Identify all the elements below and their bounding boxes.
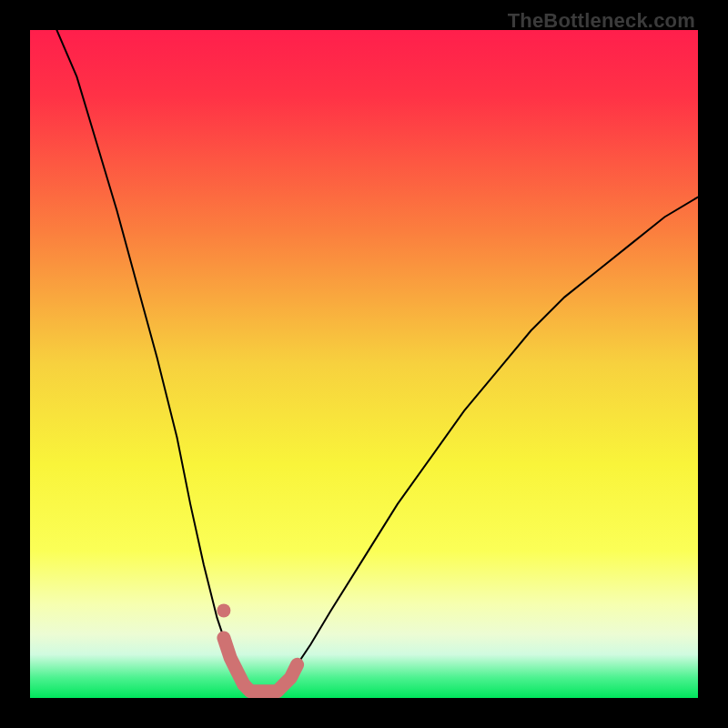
- bottleneck-curve-group: [56, 30, 698, 692]
- highlight-dot-icon: [217, 603, 230, 617]
- plot-area: [30, 30, 698, 698]
- bottleneck-curve-highlight: [224, 638, 298, 692]
- chart-svg: [30, 30, 698, 698]
- chart-frame: TheBottleneck.com: [0, 0, 728, 728]
- bottleneck-curve: [56, 30, 698, 692]
- watermark-label: TheBottleneck.com: [508, 9, 695, 33]
